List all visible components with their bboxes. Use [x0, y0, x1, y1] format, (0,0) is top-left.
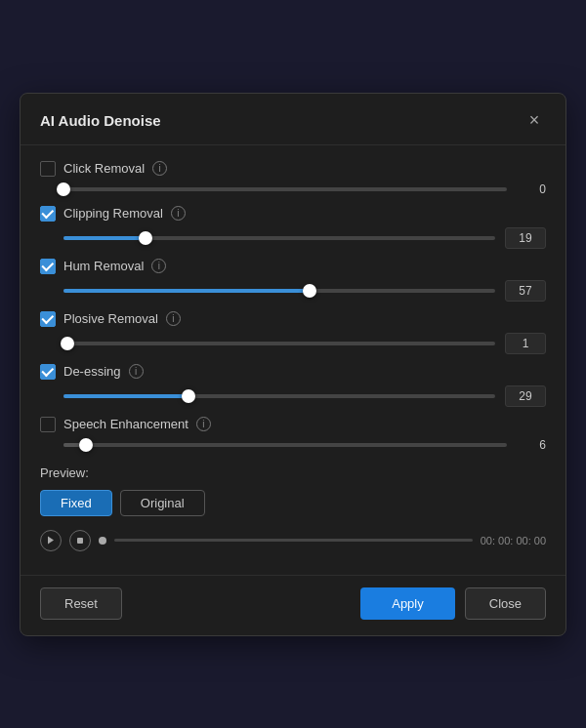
slider-track-click-removal[interactable]: [63, 187, 507, 191]
dialog-body: Click Removali0Clipping Removali19Hum Re…: [21, 145, 565, 567]
ai-audio-denoise-dialog: AI Audio Denoise × Click Removali0Clippi…: [20, 93, 566, 636]
apply-button[interactable]: Apply: [360, 587, 455, 620]
slider-value-plosive-removal[interactable]: 1: [505, 333, 546, 354]
preview-label: Preview:: [40, 465, 546, 480]
checkbox-speech-enhancement[interactable]: [40, 417, 56, 432]
label-speech-enhancement: Speech Enhancement: [63, 417, 188, 431]
fixed-button[interactable]: Fixed: [40, 490, 112, 516]
slider-track-container-click-removal: [63, 187, 507, 191]
preview-buttons: Fixed Original: [40, 490, 546, 516]
control-header-clipping-removal: Clipping Removali: [40, 206, 546, 222]
dialog-footer: Reset Apply Close: [21, 575, 565, 635]
play-button[interactable]: [40, 530, 62, 551]
control-row-speech-enhancement: Speech Enhancementi6: [40, 417, 546, 452]
info-icon-clipping-removal[interactable]: i: [171, 206, 186, 221]
footer-right: Apply Close: [360, 587, 546, 620]
slider-thumb-de-essing[interactable]: [182, 389, 195, 403]
label-de-essing: De-essing: [63, 364, 121, 379]
slider-row-hum-removal: 57: [40, 280, 546, 302]
slider-value-de-essing[interactable]: 29: [505, 385, 546, 407]
slider-thumb-clipping-removal[interactable]: [139, 231, 152, 245]
label-hum-removal: Hum Removal: [63, 259, 144, 273]
slider-row-de-essing: 29: [40, 385, 546, 407]
info-icon-speech-enhancement[interactable]: i: [196, 417, 211, 431]
dialog-close-button[interactable]: ×: [523, 109, 546, 133]
slider-track-clipping-removal[interactable]: [63, 236, 495, 240]
control-row-click-removal: Click Removali0: [40, 161, 546, 196]
slider-thumb-hum-removal[interactable]: [303, 284, 316, 298]
playback-time: 00: 00: 00: 00: [481, 535, 546, 546]
label-clipping-removal: Clipping Removal: [63, 206, 163, 221]
slider-track-container-de-essing: [63, 394, 495, 398]
slider-track-de-essing[interactable]: [63, 394, 495, 398]
stop-button[interactable]: [69, 530, 91, 551]
info-icon-de-essing[interactable]: i: [129, 364, 144, 379]
slider-track-container-speech-enhancement: [63, 443, 507, 447]
checkbox-plosive-removal[interactable]: [40, 311, 56, 327]
slider-thumb-speech-enhancement[interactable]: [79, 438, 93, 452]
slider-track-container-hum-removal: [63, 289, 495, 293]
label-plosive-removal: Plosive Removal: [63, 311, 158, 326]
close-button[interactable]: Close: [465, 587, 546, 620]
checkbox-clipping-removal[interactable]: [40, 206, 56, 222]
slider-value-speech-enhancement: 6: [517, 438, 546, 452]
slider-track-container-clipping-removal: [63, 236, 495, 240]
slider-track-container-plosive-removal: [63, 342, 495, 345]
control-row-clipping-removal: Clipping Removali19: [40, 206, 546, 249]
control-header-de-essing: De-essingi: [40, 364, 546, 380]
checkbox-de-essing[interactable]: [40, 364, 56, 380]
playback-track[interactable]: [114, 539, 473, 542]
slider-row-plosive-removal: 1: [40, 333, 546, 354]
dialog-header: AI Audio Denoise ×: [21, 94, 565, 145]
play-icon: [47, 536, 55, 545]
slider-thumb-click-removal[interactable]: [57, 182, 70, 196]
checkbox-hum-removal[interactable]: [40, 259, 56, 274]
control-header-hum-removal: Hum Removali: [40, 259, 546, 274]
slider-row-speech-enhancement: 6: [40, 438, 546, 452]
slider-value-clipping-removal[interactable]: 19: [505, 227, 546, 249]
checkbox-click-removal[interactable]: [40, 161, 56, 177]
info-icon-hum-removal[interactable]: i: [151, 259, 166, 273]
info-icon-click-removal[interactable]: i: [152, 161, 167, 176]
label-click-removal: Click Removal: [63, 161, 145, 176]
dialog-title: AI Audio Denoise: [40, 112, 161, 129]
preview-section: Preview: Fixed Original 00: 00:: [40, 465, 546, 551]
slider-value-hum-removal[interactable]: 57: [505, 280, 546, 302]
reset-button[interactable]: Reset: [40, 587, 122, 620]
control-row-de-essing: De-essingi29: [40, 364, 546, 407]
playback-row: 00: 00: 00: 00: [40, 530, 546, 551]
slider-thumb-plosive-removal[interactable]: [61, 337, 74, 350]
info-icon-plosive-removal[interactable]: i: [166, 311, 181, 326]
stop-icon: [76, 537, 84, 545]
slider-fill-clipping-removal: [63, 236, 146, 240]
svg-rect-1: [77, 538, 83, 544]
slider-fill-hum-removal: [63, 289, 310, 293]
slider-value-click-removal: 0: [517, 182, 546, 196]
slider-track-speech-enhancement[interactable]: [63, 443, 507, 447]
control-header-speech-enhancement: Speech Enhancementi: [40, 417, 546, 432]
original-button[interactable]: Original: [120, 490, 205, 516]
slider-row-clipping-removal: 19: [40, 227, 546, 249]
control-row-plosive-removal: Plosive Removali1: [40, 311, 546, 354]
playback-dot: [99, 537, 106, 545]
slider-track-plosive-removal[interactable]: [63, 342, 495, 345]
controls-container: Click Removali0Clipping Removali19Hum Re…: [40, 161, 546, 452]
control-header-click-removal: Click Removali: [40, 161, 546, 177]
slider-row-click-removal: 0: [40, 182, 546, 196]
control-row-hum-removal: Hum Removali57: [40, 259, 546, 302]
svg-marker-0: [48, 537, 54, 545]
slider-track-hum-removal[interactable]: [63, 289, 495, 293]
control-header-plosive-removal: Plosive Removali: [40, 311, 546, 327]
slider-fill-de-essing: [63, 394, 188, 398]
